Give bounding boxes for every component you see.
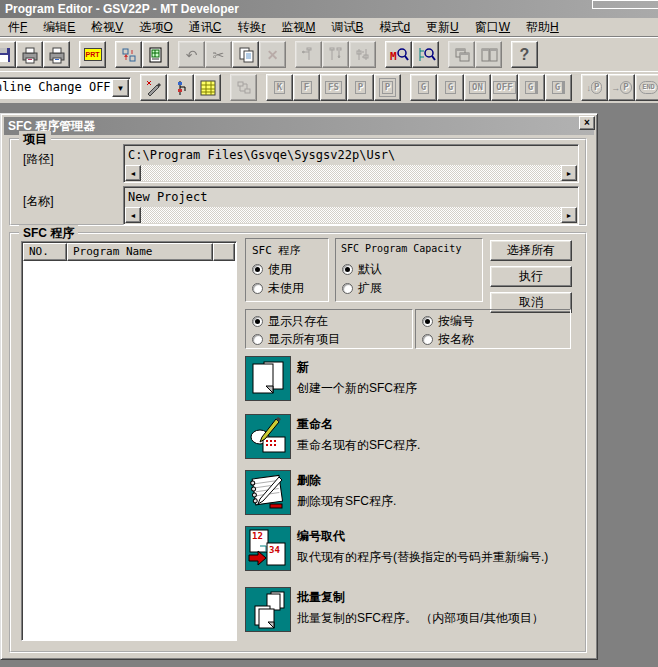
new-document-icon (246, 357, 290, 400)
printer-icon (20, 46, 40, 64)
cut-icon[interactable]: ✂ (205, 41, 232, 68)
sfc-verify-icon[interactable] (142, 41, 169, 68)
menu-update[interactable]: 更新U (418, 17, 467, 38)
select-all-button[interactable]: 选择所有 (490, 240, 572, 261)
tile-icon (480, 46, 498, 64)
dialog-titlebar: SFC 程序管理器 (4, 117, 594, 135)
menu-monitor[interactable]: 监视M (273, 17, 323, 38)
online-change-value: nline Change OFF (0, 80, 111, 94)
execute-button[interactable]: 执行 (490, 266, 572, 287)
program-list[interactable]: NO. Program Name (21, 241, 237, 641)
radio-unused[interactable]: 未使用 (252, 280, 304, 297)
display-groupbox: 显示只存在 显示所有项目 (245, 309, 413, 349)
path-scrollbar[interactable]: ◄ ► (125, 165, 577, 181)
undo-icon[interactable]: ↶ (178, 41, 205, 68)
printer-icon (47, 46, 67, 64)
sfc-write-icon[interactable] (140, 74, 167, 101)
batch-copy-icon (246, 588, 290, 631)
renumber-action-title[interactable]: 编号取代 (297, 528, 345, 545)
window-tile-icon[interactable] (475, 41, 502, 68)
find-device-icon[interactable] (412, 41, 439, 68)
menu-convert[interactable]: 转换r (229, 17, 273, 38)
window-cascade-icon[interactable] (448, 41, 475, 68)
rename-sfc-button[interactable] (245, 414, 291, 459)
symbol-fs-button[interactable]: FS (320, 74, 347, 101)
help-icon[interactable]: ? (511, 41, 538, 68)
rename-action-desc: 重命名现有的SFC程序. (297, 437, 589, 453)
batch-copy-action-title[interactable]: 批量复制 (297, 589, 345, 606)
new-action-title[interactable]: 新 (297, 359, 309, 376)
menu-communication[interactable]: 通讯C (181, 17, 230, 38)
close-icon[interactable]: × (579, 116, 595, 130)
delete-icon[interactable]: ✕ (259, 41, 286, 68)
scroll-left-icon[interactable]: ◄ (125, 207, 141, 223)
symbol-p-button[interactable]: P (347, 74, 374, 101)
name-label: [名称] (23, 193, 54, 210)
menu-window[interactable]: 窗口W (467, 17, 518, 38)
transfer-up-icon (120, 46, 138, 64)
menu-edit[interactable]: 编辑E (35, 17, 83, 38)
toolbar-main: PRT ↶ ✂ ✕ M (0, 37, 658, 71)
application-window: Program Editor - GSV22P - MT Developer 件… (0, 0, 658, 667)
menu-file[interactable]: 件F (0, 17, 35, 38)
sfc-diagram-icon[interactable] (167, 74, 194, 101)
symbol-g-sub-button[interactable]: G (518, 74, 545, 101)
name-field[interactable]: New Project ◄ ► (123, 186, 579, 225)
radio-default[interactable]: 默认 (342, 261, 382, 278)
chevron-down-icon[interactable]: ▼ (112, 79, 129, 97)
radio-by-number[interactable]: 按编号 (422, 313, 474, 330)
flow-down-icon (327, 46, 345, 64)
symbol-off-button[interactable]: OFF (491, 74, 518, 101)
print-setup-icon[interactable]: PRT (79, 41, 106, 68)
column-program-name[interactable]: Program Name (67, 243, 213, 261)
step-both-icon[interactable] (349, 41, 376, 68)
find-program-icon[interactable]: M (385, 41, 412, 68)
delete-action-title[interactable]: 删除 (297, 472, 321, 489)
column-no[interactable]: NO. (23, 243, 67, 261)
new-sfc-button[interactable] (245, 356, 291, 401)
menu-help[interactable]: 帮助H (518, 17, 567, 38)
online-change-combo[interactable]: nline Change OFF ▼ (0, 77, 131, 99)
symbol-on-button[interactable]: ON (464, 74, 491, 101)
symbol-g2-button[interactable]: G (437, 74, 464, 101)
radio-by-name[interactable]: 按名称 (422, 331, 474, 348)
device-list-icon[interactable] (194, 74, 221, 101)
radio-dot (422, 334, 433, 345)
symbol-g-button[interactable]: G (410, 74, 437, 101)
radio-all-items[interactable]: 显示所有项目 (252, 331, 340, 348)
scroll-left-icon[interactable]: ◄ (125, 165, 141, 181)
name-scrollbar[interactable]: ◄ ► (125, 207, 577, 223)
symbol-k-button[interactable]: K (266, 74, 293, 101)
renumber-action-desc: 取代现有的程序号(替换指定的号码并重新编号.) (297, 549, 589, 565)
symbol-g-sub2-button[interactable]: G (545, 74, 572, 101)
project-groupbox: 项目 [路径] C:\Program Files\Gsvqe\Sysgsv22p… (9, 138, 587, 226)
jump-p-right-button[interactable]: →P (608, 74, 635, 101)
radio-extended[interactable]: 扩展 (342, 280, 382, 297)
radio-used[interactable]: 使用 (252, 261, 292, 278)
rename-action-title[interactable]: 重命名 (297, 416, 333, 433)
sfc-read-icon[interactable] (115, 41, 142, 68)
symbol-ip-button[interactable]: P (374, 74, 401, 101)
save-icon[interactable] (0, 41, 16, 68)
step-back-icon[interactable] (295, 41, 322, 68)
menu-mode[interactable]: 模式d (371, 17, 418, 38)
radio-only-existing[interactable]: 显示只存在 (252, 313, 328, 330)
symbol-f-button[interactable]: F (293, 74, 320, 101)
batch-copy-sfc-button[interactable] (245, 587, 291, 632)
delete-sfc-button[interactable] (245, 470, 291, 515)
end-step-button[interactable]: END (635, 74, 658, 101)
renumber-sfc-button[interactable]: 12 34 (245, 526, 291, 571)
jump-p-down-button[interactable]: ↓P (581, 74, 608, 101)
menu-debug[interactable]: 调试B (323, 17, 371, 38)
sfc-block-list-icon[interactable] (230, 74, 257, 101)
menu-view[interactable]: 检视V (83, 17, 131, 38)
step-forward-icon[interactable] (322, 41, 349, 68)
print-program-icon[interactable] (16, 41, 43, 68)
path-field[interactable]: C:\Program Files\Gsvqe\Sysgsv22p\Usr\ ◄ … (123, 144, 579, 183)
print-device-icon[interactable] (43, 41, 70, 68)
copy-icon[interactable] (232, 41, 259, 68)
scroll-right-icon[interactable]: ► (561, 207, 577, 223)
scroll-right-icon[interactable]: ► (561, 165, 577, 181)
menu-options[interactable]: 选项O (131, 17, 180, 38)
search-flow-icon (416, 46, 436, 64)
